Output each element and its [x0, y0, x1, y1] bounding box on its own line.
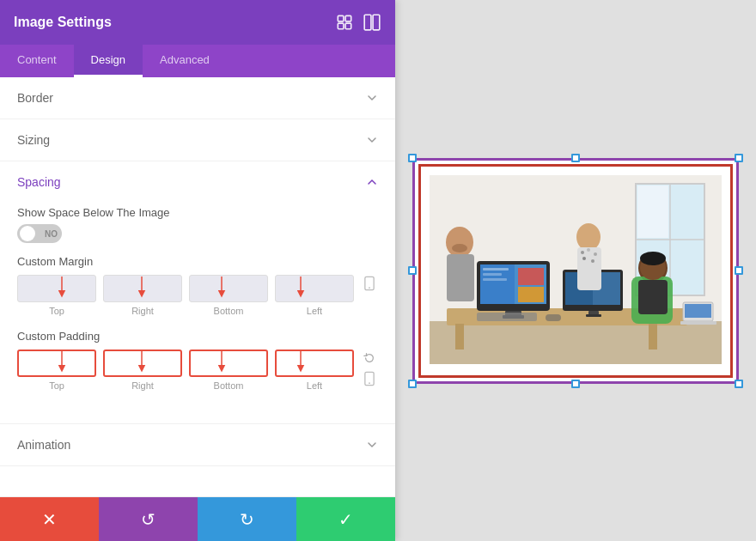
- tab-content[interactable]: Content: [0, 45, 74, 77]
- redo-icon: ↻: [240, 509, 254, 530]
- padding-bottom-input[interactable]: 10px: [189, 350, 268, 377]
- resize-handle-bm[interactable]: [571, 380, 580, 388]
- padding-left-col: 10px Left: [275, 350, 354, 391]
- redo-button[interactable]: ↻: [198, 497, 296, 541]
- panel-footer: ✕ ↺ ↻ ✓: [0, 496, 395, 541]
- margin-right-label: Right: [131, 306, 154, 316]
- section-spacing: Spacing Show Space Below The Image NO Cu…: [0, 161, 395, 424]
- padding-inputs: 10px Top 10px Right 10px Bottom 10px: [17, 350, 378, 401]
- svg-rect-31: [483, 268, 509, 270]
- margin-bottom-label: Bottom: [214, 306, 244, 316]
- padding-bottom-col: 10px Bottom: [189, 350, 268, 391]
- mobile-icon-margin[interactable]: [361, 275, 378, 292]
- svg-point-54: [582, 257, 586, 260]
- svg-rect-3: [345, 23, 351, 29]
- margin-top-label: Top: [49, 306, 64, 316]
- svg-point-49: [576, 223, 601, 251]
- svg-point-48: [452, 244, 467, 252]
- svg-rect-24: [430, 321, 722, 364]
- svg-rect-23: [637, 185, 668, 238]
- svg-rect-34: [518, 268, 544, 285]
- resize-handle-tr[interactable]: [735, 154, 743, 162]
- margin-right-col: Right: [103, 275, 182, 316]
- show-space-toggle[interactable]: NO: [17, 224, 62, 243]
- resize-icon[interactable]: [335, 13, 354, 32]
- padding-top-input[interactable]: 10px: [17, 350, 96, 377]
- cancel-icon: ✕: [42, 509, 57, 530]
- image-preview-wrapper: [412, 158, 739, 384]
- spacing-accordion-header[interactable]: Spacing: [0, 161, 395, 203]
- margin-left-label: Left: [307, 306, 322, 316]
- svg-rect-59: [638, 280, 668, 314]
- svg-point-52: [587, 248, 590, 252]
- reset-icon-padding[interactable]: [361, 350, 378, 367]
- svg-rect-35: [518, 287, 544, 302]
- tab-design[interactable]: Design: [74, 45, 143, 77]
- chevron-up-icon: [366, 176, 378, 188]
- svg-rect-50: [577, 247, 601, 290]
- margin-right-input[interactable]: [103, 275, 182, 302]
- svg-rect-0: [338, 15, 344, 21]
- undo-icon: ↺: [141, 509, 155, 530]
- resize-handle-tm[interactable]: [571, 154, 580, 162]
- svg-rect-33: [483, 278, 507, 281]
- svg-rect-4: [364, 15, 371, 30]
- svg-rect-42: [586, 314, 601, 317]
- resize-handle-br[interactable]: [735, 380, 743, 388]
- svg-point-7: [369, 287, 370, 289]
- margin-bottom-input[interactable]: [189, 275, 268, 302]
- svg-rect-44: [546, 314, 561, 321]
- section-sizing: Sizing: [0, 119, 395, 161]
- padding-left-label: Left: [307, 380, 322, 391]
- tab-advanced[interactable]: Advanced: [143, 45, 227, 77]
- padding-bottom-label: Bottom: [214, 380, 244, 391]
- border-label: Border: [17, 91, 53, 105]
- padding-right-input[interactable]: 10px: [103, 350, 182, 377]
- svg-point-51: [581, 251, 584, 254]
- sizing-label: Sizing: [17, 133, 50, 147]
- settings-panel: Image Settings Content Design Advanced: [0, 0, 395, 541]
- custom-padding-label: Custom Padding: [17, 330, 378, 343]
- margin-top-input[interactable]: [17, 275, 96, 302]
- margin-left-input[interactable]: [275, 275, 354, 302]
- resize-handle-ml[interactable]: [408, 266, 417, 275]
- section-animation: Animation: [0, 424, 395, 466]
- padding-right-label: Right: [131, 380, 154, 391]
- header-icons: [335, 13, 381, 32]
- chevron-down-icon: [366, 92, 378, 104]
- sizing-accordion-header[interactable]: Sizing: [0, 119, 395, 161]
- svg-point-53: [594, 252, 597, 256]
- resize-handle-mr[interactable]: [735, 266, 743, 275]
- svg-rect-63: [685, 304, 711, 318]
- animation-accordion-header[interactable]: Animation: [0, 424, 395, 465]
- mobile-icon-padding[interactable]: [361, 370, 378, 387]
- svg-rect-26: [455, 324, 464, 350]
- svg-rect-64: [680, 321, 716, 325]
- panel-tabs: Content Design Advanced: [0, 45, 395, 77]
- border-accordion-header[interactable]: Border: [0, 77, 395, 119]
- svg-rect-27: [649, 324, 657, 350]
- save-button[interactable]: ✓: [296, 497, 395, 541]
- image-outer-border: [412, 158, 739, 384]
- office-scene: [430, 175, 722, 364]
- panel-title: Image Settings: [14, 15, 112, 30]
- panel-header: Image Settings: [0, 0, 395, 45]
- animation-label: Animation: [17, 438, 70, 452]
- undo-button[interactable]: ↺: [99, 497, 198, 541]
- grid-icon[interactable]: [363, 13, 381, 32]
- padding-top-col: 10px Top: [17, 350, 96, 391]
- content-area: [395, 0, 756, 541]
- resize-handle-bl[interactable]: [408, 380, 417, 388]
- svg-rect-1: [345, 15, 351, 21]
- svg-point-61: [640, 252, 666, 265]
- cancel-button[interactable]: ✕: [0, 497, 99, 541]
- image-inner-border: [418, 164, 733, 378]
- svg-point-55: [591, 259, 594, 263]
- spacing-label: Spacing: [17, 175, 61, 189]
- show-space-label: Show Space Below The Image: [17, 206, 378, 219]
- margin-inputs: Top Right Bottom Left: [17, 275, 378, 316]
- resize-handle-tl[interactable]: [408, 154, 417, 162]
- section-border: Border: [0, 77, 395, 119]
- chevron-down-icon: [366, 134, 378, 146]
- padding-left-input[interactable]: 10px: [275, 350, 354, 377]
